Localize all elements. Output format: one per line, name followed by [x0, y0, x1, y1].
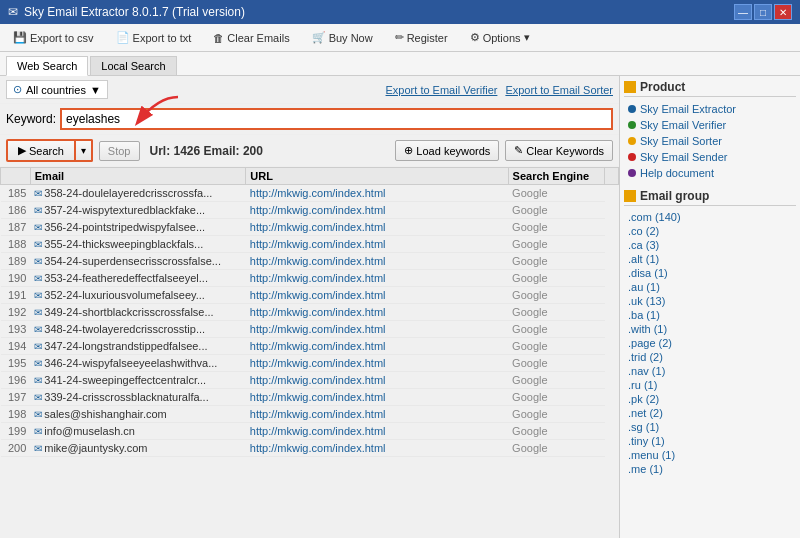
- email-group-item-16[interactable]: .tiny (1): [624, 434, 796, 448]
- email-group-item-18[interactable]: .me (1): [624, 462, 796, 476]
- country-select[interactable]: ⊙ All countries ▼: [6, 80, 108, 99]
- email-group-item-10[interactable]: .trid (2): [624, 350, 796, 364]
- buy-now-button[interactable]: 🛒 Buy Now: [305, 28, 380, 47]
- results-table-container: Email URL Search Engine 185 ✉358-24-doul…: [0, 167, 619, 538]
- url-cell[interactable]: http://mkwig.com/index.html: [246, 253, 508, 270]
- clear-emails-icon: 🗑: [213, 32, 224, 44]
- close-button[interactable]: ✕: [774, 4, 792, 20]
- url-cell[interactable]: http://mkwig.com/index.html: [246, 270, 508, 287]
- product-item-4[interactable]: Help document: [624, 165, 796, 181]
- product-item-3[interactable]: Sky Email Sender: [624, 149, 796, 165]
- toolbar: 💾 Export to csv 📄 Export to txt 🗑 Clear …: [0, 24, 800, 52]
- table-row: 199 ✉info@muselash.cn http://mkwig.com/i…: [1, 423, 619, 440]
- email-cell: ✉355-24-thicksweepingblackfals...: [30, 236, 246, 253]
- title-bar-controls[interactable]: — □ ✕: [734, 4, 792, 20]
- row-num: 189: [1, 253, 31, 270]
- url-cell[interactable]: http://mkwig.com/index.html: [246, 321, 508, 338]
- clear-emails-button[interactable]: 🗑 Clear Emails: [206, 29, 296, 47]
- table-row: 197 ✉339-24-crisscrossblacknaturalfa... …: [1, 389, 619, 406]
- url-cell[interactable]: http://mkwig.com/index.html: [246, 406, 508, 423]
- tab-local-search[interactable]: Local Search: [90, 56, 176, 75]
- row-num: 185: [1, 185, 31, 202]
- email-group-item-2[interactable]: .ca (3): [624, 238, 796, 252]
- url-cell[interactable]: http://mkwig.com/index.html: [246, 219, 508, 236]
- email-group-item-3[interactable]: .alt (1): [624, 252, 796, 266]
- email-icon: ✉: [34, 392, 42, 403]
- search-dropdown-button[interactable]: ▾: [76, 139, 93, 162]
- email-group-item-14[interactable]: .net (2): [624, 406, 796, 420]
- url-cell[interactable]: http://mkwig.com/index.html: [246, 338, 508, 355]
- email-group-item-12[interactable]: .ru (1): [624, 378, 796, 392]
- email-group-item-9[interactable]: .page (2): [624, 336, 796, 350]
- export-txt-button[interactable]: 📄 Export to txt: [109, 28, 199, 47]
- keyword-label: Keyword:: [6, 112, 56, 126]
- product-label-2: Sky Email Sorter: [640, 135, 722, 147]
- row-num: 192: [1, 304, 31, 321]
- url-cell[interactable]: http://mkwig.com/index.html: [246, 287, 508, 304]
- email-cell: ✉354-24-superdensecrisscrossfalse...: [30, 253, 246, 270]
- url-cell[interactable]: http://mkwig.com/index.html: [246, 440, 508, 457]
- app-icon: ✉: [8, 5, 18, 19]
- email-group-item-17[interactable]: .menu (1): [624, 448, 796, 462]
- email-group-item-11[interactable]: .nav (1): [624, 364, 796, 378]
- email-group-item-1[interactable]: .co (2): [624, 224, 796, 238]
- product-label-4: Help document: [640, 167, 714, 179]
- url-cell[interactable]: http://mkwig.com/index.html: [246, 372, 508, 389]
- row-num: 195: [1, 355, 31, 372]
- col-num: [1, 168, 31, 185]
- email-group-section-title: Email group: [624, 189, 796, 206]
- stop-button[interactable]: Stop: [99, 141, 140, 161]
- email-group-item-0[interactable]: .com (140): [624, 210, 796, 224]
- export-verifier-link[interactable]: Export to Email Verifier: [386, 84, 498, 96]
- product-item-1[interactable]: Sky Email Verifier: [624, 117, 796, 133]
- clear-keywords-button[interactable]: ✎ Clear Keywords: [505, 140, 613, 161]
- email-group-item-15[interactable]: .sg (1): [624, 420, 796, 434]
- search-button[interactable]: ▶ Search: [6, 139, 76, 162]
- left-panel: ⊙ All countries ▼ Export to Email Verifi…: [0, 76, 620, 538]
- keyword-row: Keyword:: [0, 104, 619, 135]
- email-icon: ✉: [34, 290, 42, 301]
- export-sorter-link[interactable]: Export to Email Sorter: [505, 84, 613, 96]
- email-icon: ✉: [34, 341, 42, 352]
- row-num: 187: [1, 219, 31, 236]
- email-group-item-7[interactable]: .ba (1): [624, 308, 796, 322]
- product-item-2[interactable]: Sky Email Sorter: [624, 133, 796, 149]
- register-button[interactable]: ✏ Register: [388, 28, 455, 47]
- row-num: 198: [1, 406, 31, 423]
- maximize-button[interactable]: □: [754, 4, 772, 20]
- url-cell[interactable]: http://mkwig.com/index.html: [246, 185, 508, 202]
- email-icon: ✉: [34, 426, 42, 437]
- url-cell[interactable]: http://mkwig.com/index.html: [246, 304, 508, 321]
- right-panel: Product Sky Email ExtractorSky Email Ver…: [620, 76, 800, 538]
- keyword-input[interactable]: [60, 108, 613, 130]
- email-group-item-4[interactable]: .disa (1): [624, 266, 796, 280]
- url-cell[interactable]: http://mkwig.com/index.html: [246, 423, 508, 440]
- export-csv-button[interactable]: 💾 Export to csv: [6, 28, 101, 47]
- load-keywords-button[interactable]: ⊕ Load keywords: [395, 140, 499, 161]
- table-row: 190 ✉353-24-featheredeffectfalseeyel... …: [1, 270, 619, 287]
- url-cell[interactable]: http://mkwig.com/index.html: [246, 389, 508, 406]
- engine-cell: Google: [508, 202, 605, 219]
- email-group-item-5[interactable]: .au (1): [624, 280, 796, 294]
- email-group-item-8[interactable]: .with (1): [624, 322, 796, 336]
- row-num: 190: [1, 270, 31, 287]
- product-item-0[interactable]: Sky Email Extractor: [624, 101, 796, 117]
- engine-cell: Google: [508, 253, 605, 270]
- tab-web-search[interactable]: Web Search: [6, 56, 88, 76]
- engine-cell: Google: [508, 304, 605, 321]
- options-button[interactable]: ⚙ Options ▾: [463, 28, 537, 47]
- url-cell[interactable]: http://mkwig.com/index.html: [246, 202, 508, 219]
- email-group-item-13[interactable]: .pk (2): [624, 392, 796, 406]
- email-icon: ✉: [34, 239, 42, 250]
- email-cell: ✉339-24-crisscrossblacknaturalfa...: [30, 389, 246, 406]
- row-num: 191: [1, 287, 31, 304]
- url-cell[interactable]: http://mkwig.com/index.html: [246, 355, 508, 372]
- minimize-button[interactable]: —: [734, 4, 752, 20]
- product-label-0: Sky Email Extractor: [640, 103, 736, 115]
- email-group-item-6[interactable]: .uk (13): [624, 294, 796, 308]
- engine-cell: Google: [508, 372, 605, 389]
- email-cell: ✉352-24-luxuriousvolumefalseey...: [30, 287, 246, 304]
- table-row: 196 ✉341-24-sweepingeffectcentralcr... h…: [1, 372, 619, 389]
- url-cell[interactable]: http://mkwig.com/index.html: [246, 236, 508, 253]
- table-row: 192 ✉349-24-shortblackcrisscrossfalse...…: [1, 304, 619, 321]
